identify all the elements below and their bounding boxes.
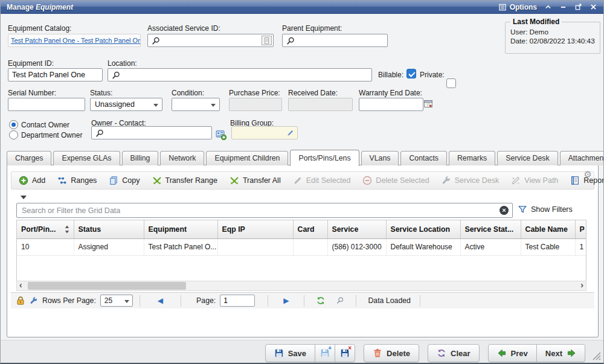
grid-cell: (586) 012-3000 — [327, 238, 386, 255]
copy-button[interactable]: Copy — [104, 173, 144, 188]
horizontal-scrollbar[interactable] — [16, 281, 586, 291]
prev-button[interactable]: Prev — [488, 344, 537, 362]
column-header-cable-name[interactable]: Cable Name — [521, 220, 575, 238]
column-header-path[interactable]: P — [575, 220, 586, 238]
tab-expense-glas[interactable]: Expense GLAs — [53, 151, 120, 165]
tab-charges[interactable]: Charges — [7, 151, 51, 165]
tab-service-desk[interactable]: Service Desk — [497, 151, 557, 165]
contact-owner-option[interactable]: Contact Owner — [9, 120, 69, 129]
associated-service-id-field — [147, 34, 274, 47]
wrench-icon[interactable] — [30, 296, 38, 305]
calendar-icon[interactable] — [423, 99, 433, 109]
tab-vlans[interactable]: VLans — [361, 151, 399, 165]
transfer-range-button[interactable]: Transfer Range — [147, 173, 222, 188]
close-icon[interactable] — [590, 3, 597, 11]
contact-owner-radio[interactable] — [9, 120, 18, 129]
delete-button[interactable]: Delete — [364, 344, 419, 362]
column-header-service-location[interactable]: Service Location — [386, 220, 460, 238]
page-number-input[interactable] — [220, 295, 255, 307]
next-page-icon[interactable] — [283, 297, 289, 304]
grid-row[interactable]: 10 Assigned Test Patch Panel O... (586) … — [17, 238, 586, 255]
serial-number-input[interactable] — [8, 98, 85, 111]
edit-pencil-icon[interactable] — [286, 129, 295, 137]
department-owner-option[interactable]: Department Owner — [9, 130, 82, 139]
tab-ports-pins-lens[interactable]: Ports/Pins/Lens — [290, 150, 359, 166]
department-owner-radio[interactable] — [9, 130, 18, 139]
scroll-right-icon[interactable] — [580, 280, 583, 290]
gear-icon[interactable] — [584, 169, 592, 180]
condition-select[interactable] — [172, 98, 220, 111]
grid-cell — [217, 238, 293, 255]
column-header-port-pin[interactable]: Port/Pin... — [17, 220, 74, 238]
clear-button[interactable]: Clear — [428, 344, 480, 362]
refresh-icon[interactable] — [316, 296, 326, 305]
save-button[interactable]: Save — [265, 344, 315, 362]
copy-icon — [109, 176, 118, 185]
associated-service-id-input[interactable] — [162, 35, 272, 46]
lock-icon[interactable] — [16, 296, 25, 305]
zoom-search-icon[interactable] — [336, 296, 344, 305]
grid-search-input[interactable] — [16, 203, 513, 218]
save-and-new-button[interactable] — [315, 344, 335, 362]
search-icon — [286, 36, 295, 46]
location-input[interactable] — [123, 69, 370, 80]
grid-cell: 1 — [575, 238, 586, 255]
previous-page-icon[interactable] — [158, 297, 163, 304]
warranty-end-date-input[interactable] — [359, 98, 423, 111]
show-filters-button[interactable]: Show Filters — [518, 205, 573, 214]
tab-remarks[interactable]: Remarks — [449, 151, 495, 165]
scrollbar-thumb[interactable] — [28, 282, 186, 290]
next-button[interactable]: Next — [536, 344, 585, 362]
private-checkbox[interactable] — [446, 78, 456, 88]
save-and-close-button[interactable] — [335, 344, 355, 362]
tab-attachments[interactable]: Attachments — [560, 151, 604, 165]
tab-strip: Charges Expense GLAs Billing Network Equ… — [7, 150, 597, 165]
grid-cell: Test Cable — [521, 238, 575, 255]
options-button[interactable]: Options — [498, 3, 537, 11]
billing-group-field[interactable] — [231, 126, 298, 139]
popout-icon[interactable] — [574, 3, 582, 11]
tab-contacts[interactable]: Contacts — [400, 151, 447, 165]
add-contact-icon[interactable] — [216, 129, 226, 140]
service-desk-button[interactable]: Service Desk — [437, 173, 504, 188]
rows-per-page-select[interactable]: 25 — [100, 295, 133, 307]
grid-cell: Default Warehouse — [386, 238, 460, 255]
billable-checkbox[interactable] — [406, 69, 416, 78]
pager-separator — [356, 295, 356, 307]
column-header-service[interactable]: Service — [327, 220, 386, 238]
delete-selected-button[interactable]: Delete Selected — [358, 173, 434, 188]
collapse-icon[interactable] — [544, 3, 552, 11]
ranges-button[interactable]: Ranges — [53, 173, 101, 188]
equipment-catalog-link[interactable]: Test Patch Panel One - Test Patch Panel … — [11, 37, 141, 44]
last-modified-date: Date: 02/08/2022 13:40:43 — [510, 37, 595, 45]
toolbar-overflow-arrow-icon[interactable] — [21, 196, 27, 202]
status-select[interactable]: Unassigned — [90, 98, 162, 111]
plus-badge-icon — [328, 345, 332, 351]
equipment-id-input[interactable] — [8, 68, 103, 81]
search-icon — [95, 129, 104, 138]
sort-icon — [64, 225, 70, 234]
ports-pins-lens-panel: Add Ranges Copy Transfer Range Transfer … — [7, 165, 599, 337]
tab-network[interactable]: Network — [160, 151, 204, 165]
column-header-equipment[interactable]: Equipment — [144, 220, 217, 238]
column-header-status[interactable]: Status — [74, 220, 144, 238]
view-path-button[interactable]: View Path — [506, 173, 563, 188]
tab-billing[interactable]: Billing — [122, 151, 159, 165]
options-menu-icon — [498, 3, 507, 11]
parent-equipment-input[interactable] — [297, 35, 386, 46]
column-header-service-status[interactable]: Service Stat... — [460, 220, 521, 238]
minimize-icon[interactable] — [559, 3, 567, 11]
column-header-card[interactable]: Card — [293, 220, 327, 238]
tab-equipment-children[interactable]: Equipment Children — [206, 151, 288, 165]
add-button[interactable]: Add — [14, 173, 50, 188]
grid-cell — [293, 238, 327, 255]
scroll-left-icon[interactable] — [19, 280, 22, 290]
column-header-eqp-ip[interactable]: Eqp IP — [217, 220, 293, 238]
transfer-all-button[interactable]: Transfer All — [225, 173, 286, 188]
service-lookup-button[interactable] — [262, 36, 272, 45]
clear-search-icon[interactable] — [500, 206, 509, 215]
edit-selected-button[interactable]: Edit Selected — [288, 173, 356, 188]
resize-grip[interactable] — [593, 352, 601, 360]
owner-contact-input[interactable] — [106, 127, 210, 138]
status-label: Status: — [90, 89, 112, 97]
